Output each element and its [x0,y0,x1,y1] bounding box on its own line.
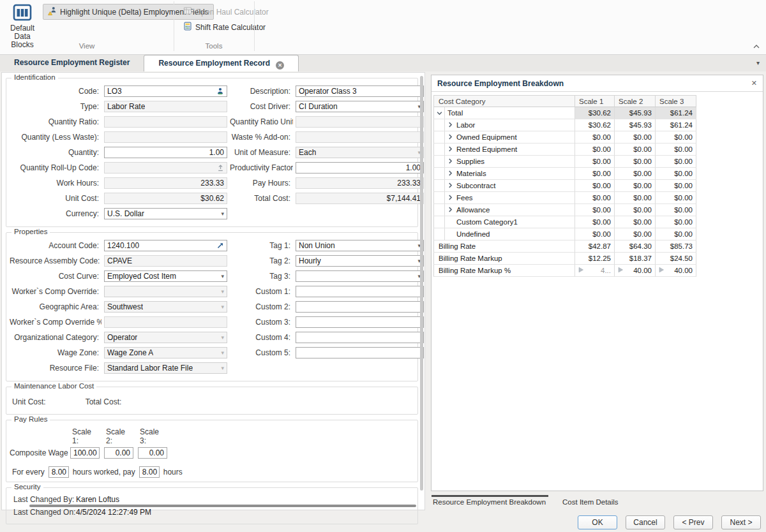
expander-right-icon[interactable] [447,156,453,167]
form-row: Worker`s Comp Override %:Custom 3: [10,316,414,328]
description-field[interactable]: Operator Class 3 [296,85,424,97]
description-label: Description: [230,85,293,97]
ok-button[interactable]: OK [578,515,617,529]
currency-field[interactable]: U.S. Dollar▾ [104,208,227,219]
cost-category-label: Labor [456,119,475,131]
custom-2-label: Custom 2: [230,301,293,313]
expander-right-icon[interactable] [447,144,453,155]
next-button[interactable]: Next > [721,515,761,529]
shift-rate-calculator-button[interactable]: Shift Rate Calculator [179,20,270,34]
expander-right-icon [433,119,445,131]
expander-right-icon[interactable] [447,180,453,191]
collapse-ribbon-icon[interactable] [752,43,761,50]
person-icon[interactable] [216,87,224,95]
expander-right-icon [433,180,445,192]
scale-1-header[interactable]: Scale 1 [575,95,615,107]
composite-wage-scale-2-field[interactable]: 0.00 [104,447,133,459]
cost-curve-field[interactable]: Employed Cost Item▾ [104,270,227,282]
breakdown-row-billing-rate-markup[interactable]: Billing Rate Markup %4...40.0040.00 [433,265,696,277]
cost-category-label: Custom Category1 [456,216,518,228]
prev-button[interactable]: < Prev [673,515,713,529]
scale-2-header[interactable]: Scale 2 [615,95,656,107]
cost-category-header[interactable]: Cost Category [433,95,575,107]
highlight-delta-icon [48,6,57,17]
value-cell: 40.00 [656,265,696,277]
cost-driver-field[interactable]: CI Duration▾ [296,101,424,112]
custom-4-field[interactable] [296,332,424,343]
cost-category-cell: Owned Equipment [445,131,575,144]
custom-2-field[interactable] [296,301,424,313]
expander-right-icon[interactable] [447,168,453,179]
unit-of-measure-label: Unit of Measure: [230,147,293,158]
tab-label: Resource Employment Register [14,58,130,67]
breakdown-row-billing-rate-markup[interactable]: Billing Rate Markup$12.25$18.37$24.50 [433,253,696,265]
breakdown-row-materials[interactable]: Materials$0.00$0.00$0.00 [433,168,696,180]
hours-worked-field[interactable]: 8.00 [49,466,69,478]
breakdown-row-allowance[interactable]: Allowance$0.00$0.00$0.00 [433,204,696,216]
expander-right-icon[interactable] [447,131,453,143]
expander-down-icon[interactable] [433,107,445,119]
cost-category-label: Billing Rate Markup % [439,265,511,276]
breakdown-row-total[interactable]: Total$30.62$45.93$61.24 [433,107,696,119]
dropdown-caret-icon: ▾ [221,273,224,279]
breakdown-row-rented-equipment[interactable]: Rented Equipment$0.00$0.00$0.00 [433,144,696,156]
value-cell: $0.00 [575,168,615,180]
close-panel-icon[interactable]: ✕ [751,79,757,87]
close-tab-icon[interactable]: ✕ [276,61,284,70]
tab-list-dropdown-icon[interactable]: ▾ [756,59,760,66]
value-cell: $0.00 [656,168,696,180]
breakdown-row-supplies[interactable]: Supplies$0.00$0.00$0.00 [433,156,696,168]
bottom-tab-cost-item-details[interactable]: Cost Item Details [561,495,621,506]
shift-rate-calculator-icon [183,22,192,33]
cost-category-label: Allowance [456,204,490,216]
expander-spacer [433,228,445,240]
breakdown-row-owned-equipment[interactable]: Owned Equipment$0.00$0.00$0.00 [433,131,696,144]
drill-icon[interactable] [216,242,224,249]
organizational-category-field: Operator▾ [104,332,227,343]
value-cell: $30.62 [575,119,615,131]
dropdown-caret-icon: ▾ [221,211,224,217]
expander-right-icon[interactable] [447,204,453,216]
horizontal-scrollbar[interactable] [29,505,416,507]
cost-category-cell: Billing Rate Markup % [433,265,575,277]
tab-resource-employment-register[interactable]: Resource Employment Register [0,55,144,71]
field-value: CPAVE [107,256,132,265]
tag-1-field[interactable]: Non Union▾ [296,240,424,251]
account-code-field[interactable]: 1240.100 [104,240,227,251]
breakdown-row-fees[interactable]: Fees$0.00$0.00$0.00 [433,192,696,204]
tab-resource-employment-record[interactable]: Resource Employment Record✕ [144,55,299,71]
breakdown-row-labor[interactable]: Labor$30.62$45.93$61.24 [433,119,696,131]
field-value: Wage Zone A [107,348,153,357]
breakdown-row-custom-category1[interactable]: Custom Category1$0.00$0.00$0.00 [433,216,696,228]
code-field[interactable]: LO3 [104,85,227,97]
composite-wage-scale-3-field[interactable]: 0.00 [138,447,167,459]
productivity-factor-field[interactable]: 1.00 [296,162,424,174]
breakdown-panel-header: Resource Employment Breakdown ✕ [432,75,763,92]
custom-5-field[interactable] [296,347,424,358]
tag-3-field[interactable]: ▾ [296,270,424,282]
bottom-tab-resource-employment-breakdown[interactable]: Resource Employment Breakdown [432,495,548,506]
expander-right-icon[interactable] [447,119,453,131]
apply-triangle-icon[interactable] [617,265,624,276]
breakdown-row-subcontract[interactable]: Subcontract$0.00$0.00$0.00 [433,180,696,192]
pay-hours-field: 233.33 [296,177,424,189]
tag-2-field[interactable]: Hourly▾ [296,255,424,267]
apply-triangle-icon[interactable] [578,265,584,276]
custom-1-field[interactable] [296,286,424,297]
breakdown-row-billing-rate[interactable]: Billing Rate$42.87$64.30$85.73 [433,240,696,253]
cancel-button[interactable]: Cancel [626,515,665,529]
composite-wage-scale-1-field[interactable]: 100.00 [70,447,100,459]
quantity-ratio-unit-field [296,116,424,128]
apply-triangle-icon[interactable] [658,265,665,276]
scale-3-header[interactable]: Scale 3 [656,95,696,107]
value-cell: $0.00 [615,192,656,204]
rollup-icon[interactable] [217,165,224,172]
breakdown-row-undefined[interactable]: Undefined$0.00$0.00$0.00 [433,228,696,240]
custom-3-field[interactable] [296,316,424,328]
expander-right-icon [433,168,445,180]
quantity-field[interactable]: 1.00 [104,147,227,158]
expander-right-icon[interactable] [447,192,453,203]
hours-paid-field[interactable]: 8.00 [139,466,160,478]
tab-label: Resource Employment Record [158,59,270,68]
vertical-scrollbar[interactable] [419,75,424,505]
